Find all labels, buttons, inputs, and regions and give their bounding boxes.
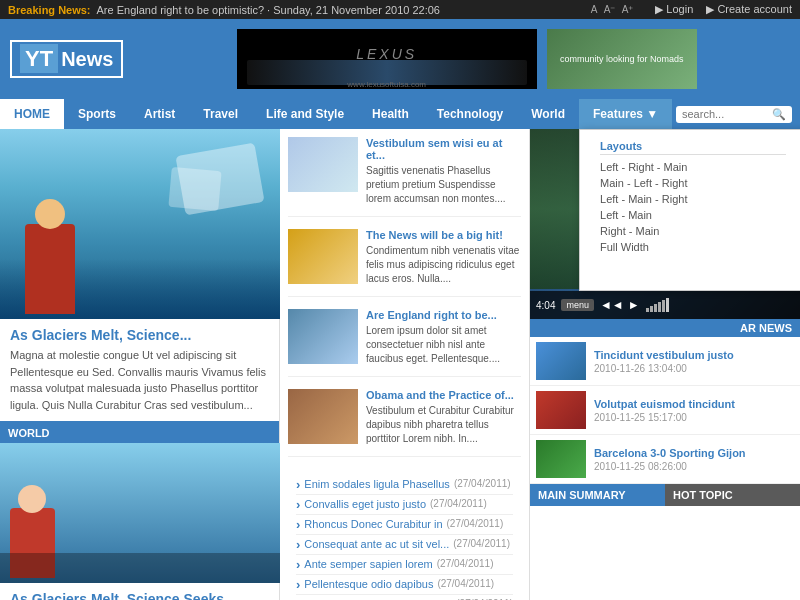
vol-bar-6 [666, 298, 669, 312]
ar-news-title-3[interactable]: Barcelona 3-0 Sporting Gijon [594, 447, 746, 459]
layout-main-left-right[interactable]: Main - Left - Right [600, 175, 786, 191]
volume-bars [646, 298, 669, 312]
article-thumb-img-2 [288, 229, 358, 284]
main-summary-section: MAIN SUMMARY [530, 484, 665, 506]
create-account-link[interactable]: ▶ Create account [706, 3, 792, 15]
world-list-text-6[interactable]: Pellentesque odio dapibus [304, 578, 433, 590]
ar-news-item-text-1: Tincidunt vestibulum justo 2010-11-26 13… [594, 349, 734, 374]
left-column: As Glaciers Melt, Science... Magna at mo… [0, 129, 280, 600]
article-body-4: Vestibulum et Curabitur Curabitur dapibu… [366, 404, 521, 446]
search-icon[interactable]: 🔍 [772, 108, 786, 121]
world-list-text-1[interactable]: Enim sodales ligula Phasellus [304, 478, 450, 490]
font-plus[interactable]: A⁺ [622, 4, 634, 15]
world-list-item-5: Ante semper sapien lorem (27/04/2011) [296, 555, 513, 575]
world-list-date-5: (27/04/2011) [437, 558, 494, 569]
article-thumb-img-4 [288, 389, 358, 444]
world-article-text: As Glaciers Melt, Science Seeks... Vesti… [0, 583, 279, 600]
article-body-1: Sagittis venenatis Phasellus pretium pre… [366, 164, 521, 206]
nav-item-sports[interactable]: Sports [64, 99, 130, 129]
layout-right-main[interactable]: Right - Main [600, 223, 786, 239]
world-list-item-1: Enim sodales ligula Phasellus (27/04/201… [296, 475, 513, 495]
search-box[interactable]: 🔍 [676, 106, 792, 123]
nav-item-travel[interactable]: Travel [189, 99, 252, 129]
nav-item-features[interactable]: Features ▼ [579, 99, 672, 129]
ar-news-header: AR NEWS [530, 319, 800, 337]
main-article-image [0, 129, 280, 319]
article-title-4[interactable]: Obama and the Practice of... [366, 389, 521, 401]
search-input[interactable] [682, 108, 772, 120]
side-banner[interactable]: community looking for Nomads [547, 29, 697, 89]
hot-topic-label: HOT TOPIC [673, 489, 733, 501]
world-list-text-4[interactable]: Consequat ante ac ut sit vel... [304, 538, 449, 550]
main-article-text: As Glaciers Melt, Science... Magna at mo… [0, 319, 279, 421]
ar-news-item-text-3: Barcelona 3-0 Sporting Gijon 2010-11-25 … [594, 447, 746, 472]
nav-item-world[interactable]: World [517, 99, 579, 129]
video-controls: 4:04 menu ◄◄ ► [530, 291, 800, 319]
main-article-title[interactable]: As Glaciers Melt, Science... [10, 327, 269, 343]
layout-left-main[interactable]: Left - Main [600, 207, 786, 223]
ar-news-item-2: Volutpat euismod tincidunt 2010-11-25 15… [530, 386, 800, 435]
world-list-item-6: Pellentesque odio dapibus (27/04/2011) [296, 575, 513, 595]
world-list-item-4: Consequat ante ac ut sit vel... (27/04/2… [296, 535, 513, 555]
ar-news-date-3: 2010-11-25 08:26:00 [594, 461, 746, 472]
ar-news-item-3: Barcelona 3-0 Sporting Gijon 2010-11-25 … [530, 435, 800, 484]
article-title-1[interactable]: Vestibulum sem wisi eu at et... [366, 137, 521, 161]
article-thumb-4: Obama and the Practice of... Vestibulum … [288, 389, 521, 457]
features-nav-item[interactable]: Features ▼ Layouts Left - Right - Main M… [579, 99, 672, 129]
world-list-item-3: Rhoncus Donec Curabitur in (27/04/2011) [296, 515, 513, 535]
article-thumb-text-1: Vestibulum sem wisi eu at et... Sagittis… [366, 137, 521, 206]
article-thumb-2: The News will be a big hit! Condimentum … [288, 229, 521, 297]
breaking-label: Breaking News: [8, 4, 91, 16]
layout-full-width[interactable]: Full Width [600, 239, 786, 255]
font-minus[interactable]: A⁻ [604, 4, 616, 15]
article-title-2[interactable]: The News will be a big hit! [366, 229, 521, 241]
main-summary-label: MAIN SUMMARY [538, 489, 626, 501]
article-thumb-text-2: The News will be a big hit! Condimentum … [366, 229, 521, 286]
ar-news-section: AR NEWS Tincidunt vestibulum justo 2010-… [530, 319, 800, 484]
article-thumb-1: Vestibulum sem wisi eu at et... Sagittis… [288, 137, 521, 217]
world-article-title[interactable]: As Glaciers Melt, Science Seeks... [10, 591, 269, 600]
login-link[interactable]: ▶ Login [655, 3, 693, 15]
world-list-item-2: Convallis eget justo justo (27/04/2011) [296, 495, 513, 515]
layout-left-right-main[interactable]: Left - Right - Main [600, 159, 786, 175]
nav-item-life-style[interactable]: Life and Style [252, 99, 358, 129]
nav-item-health[interactable]: Health [358, 99, 423, 129]
next-button[interactable]: ► [628, 298, 640, 312]
nav-item-home[interactable]: HOME [0, 99, 64, 129]
vol-bar-2 [650, 306, 653, 312]
nav-item-technology[interactable]: Technology [423, 99, 517, 129]
world-list-date-2: (27/04/2011) [430, 498, 487, 509]
main-article-body: Magna at molestie congue Ut vel adipisci… [10, 347, 269, 413]
prev-button[interactable]: ◄◄ [600, 298, 624, 312]
font-a[interactable]: A [591, 4, 598, 15]
ar-news-date-1: 2010-11-26 13:04:00 [594, 363, 734, 374]
world-section: WORLD As Glaciers Melt, Science Seeks...… [0, 421, 279, 600]
world-section-header: WORLD [0, 423, 279, 443]
ar-news-title-1[interactable]: Tincidunt vestibulum justo [594, 349, 734, 361]
vol-bar-5 [662, 300, 665, 312]
nav-item-artist[interactable]: Artist [130, 99, 189, 129]
article-thumb-text-4: Obama and the Practice of... Vestibulum … [366, 389, 521, 446]
breaking-news-bar: Breaking News: Are England right to be o… [0, 0, 800, 19]
layout-left-main-right[interactable]: Left - Main - Right [600, 191, 786, 207]
article-thumb-3: Are England right to be... Lorem ipsum d… [288, 309, 521, 377]
lexus-ad[interactable]: LEXUS OF TULSA www.lexusoftulsa.com [237, 29, 537, 89]
logo[interactable]: YTNews [10, 40, 123, 78]
world-list-date-3: (27/04/2011) [447, 518, 504, 529]
ar-news-date-2: 2010-11-25 15:17:00 [594, 412, 735, 423]
ar-news-title-2[interactable]: Volutpat euismod tincidunt [594, 398, 735, 410]
article-thumb-text-3: Are England right to be... Lorem ipsum d… [366, 309, 521, 366]
ar-news-thumb-2 [536, 391, 586, 429]
article-title-3[interactable]: Are England right to be... [366, 309, 521, 321]
logo-yt: YT [20, 44, 58, 73]
mid-column: Vestibulum sem wisi eu at et... Sagittis… [280, 129, 530, 600]
world-list-text-3[interactable]: Rhoncus Donec Curabitur in [304, 518, 442, 530]
world-list-text-5[interactable]: Ante semper sapien lorem [304, 558, 432, 570]
dropdown-languages: Languages Support RTL Languages LTR Lang… [796, 140, 800, 280]
vol-bar-4 [658, 302, 661, 312]
menu-button[interactable]: menu [561, 299, 594, 311]
video-time: 4:04 [536, 300, 555, 311]
world-list-text-2[interactable]: Convallis eget justo justo [304, 498, 426, 510]
header: YTNews LEXUS OF TULSA www.lexusoftulsa.c… [0, 19, 800, 99]
world-list-item-7: A eget Vivamus Quisque senectus (27/04/2… [296, 595, 513, 600]
